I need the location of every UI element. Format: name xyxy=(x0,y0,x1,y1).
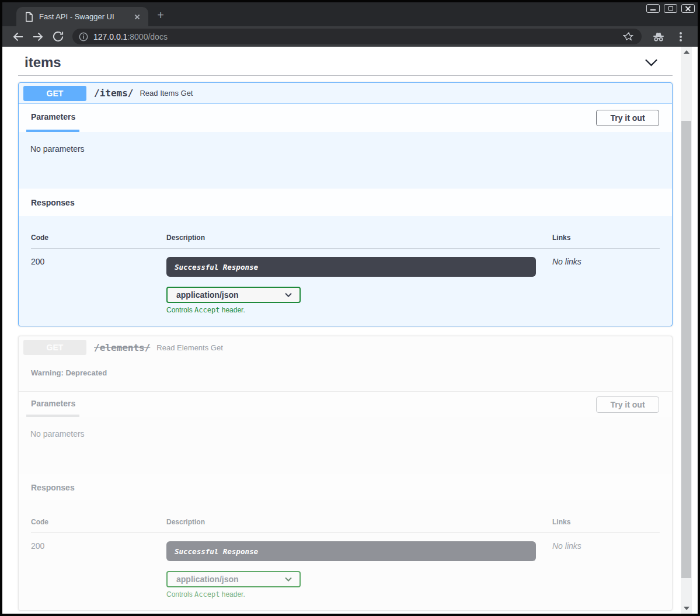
col-code: Code xyxy=(31,518,166,526)
scrollbar-down-arrow[interactable] xyxy=(681,604,692,612)
responses-body: Code Description Links 200 Successful Re… xyxy=(19,500,672,610)
response-description-text: Successful Response xyxy=(175,547,258,556)
response-code: 200 xyxy=(31,541,166,598)
site-info-icon[interactable] xyxy=(78,32,89,42)
response-description-panel: Successful Response xyxy=(166,257,536,277)
forward-button[interactable] xyxy=(31,30,45,44)
deprecated-warning: Warning: Deprecated xyxy=(19,359,672,391)
response-description-cell: Successful Response application/json Con… xyxy=(166,257,552,314)
responses-table-head: Code Description Links xyxy=(31,234,660,249)
address-bar[interactable]: 127.0.0.1:8000/docs xyxy=(72,29,642,44)
browser-tab[interactable]: Fast API - Swagger UI xyxy=(16,7,148,26)
controls-prefix: Controls xyxy=(166,306,194,314)
controls-prefix: Controls xyxy=(166,590,194,598)
url-path: :8000/docs xyxy=(127,32,168,41)
swagger-content: items GET /items/ Read Items Get Paramet… xyxy=(18,47,673,611)
controls-code: Accept xyxy=(194,590,220,598)
tag-section-header[interactable]: items xyxy=(18,47,673,71)
window-close-button[interactable] xyxy=(681,4,695,13)
incognito-icon xyxy=(651,29,666,44)
url-text[interactable]: 127.0.0.1:8000/docs xyxy=(93,32,623,41)
close-icon xyxy=(685,5,691,12)
page-scrollbar[interactable] xyxy=(681,47,692,614)
select-chevron-icon xyxy=(285,293,292,297)
scrollbar-up-arrow[interactable] xyxy=(681,48,692,56)
section-divider xyxy=(18,75,673,76)
try-it-out-button[interactable]: Try it out xyxy=(596,110,659,126)
response-description-cell: Successful Response application/json Con… xyxy=(166,541,552,598)
method-badge: GET xyxy=(23,340,86,355)
col-links: Links xyxy=(552,234,660,242)
window-controls xyxy=(646,4,695,13)
media-type-value: application/json xyxy=(176,575,239,584)
responses-table-head: Code Description Links xyxy=(31,518,660,533)
responses-header: Responses xyxy=(19,189,672,216)
method-badge: GET xyxy=(23,86,86,101)
maximize-icon xyxy=(668,6,673,11)
reload-button[interactable] xyxy=(51,30,65,44)
no-parameters-text: No parameters xyxy=(30,429,85,438)
opblock-get-elements-deprecated: GET /elements/ Read Elements Get Warning… xyxy=(18,336,673,611)
controls-suffix: header. xyxy=(220,590,245,598)
controls-code: Accept xyxy=(194,306,220,314)
controls-accept-note: Controls Accept header. xyxy=(166,590,552,598)
bookmark-star-icon[interactable] xyxy=(623,31,635,43)
col-code: Code xyxy=(31,234,166,242)
col-links: Links xyxy=(552,518,660,526)
scrollbar-thumb[interactable] xyxy=(681,121,691,578)
operation-summary[interactable]: GET /elements/ Read Elements Get xyxy=(19,336,672,359)
response-code: 200 xyxy=(31,257,166,314)
response-description-text: Successful Response xyxy=(175,263,258,272)
responses-title: Responses xyxy=(31,198,75,207)
page-viewport: items GET /items/ Read Items Get Paramet… xyxy=(2,47,698,614)
browser-toolbar: 127.0.0.1:8000/docs xyxy=(2,26,698,47)
tab-parameters[interactable]: Parameters xyxy=(26,104,79,132)
response-links: No links xyxy=(552,541,660,598)
responses-body: Code Description Links 200 Successful Re… xyxy=(19,216,672,326)
controls-suffix: header. xyxy=(220,306,245,314)
no-parameters-text: No parameters xyxy=(30,144,85,154)
minimize-icon xyxy=(650,9,656,11)
new-tab-button[interactable]: + xyxy=(153,8,168,23)
col-description: Description xyxy=(166,518,552,526)
back-button[interactable] xyxy=(11,30,25,44)
response-row: 200 Successful Response application/json… xyxy=(31,249,660,314)
tab-parameters[interactable]: Parameters xyxy=(26,392,79,417)
response-description-panel: Successful Response xyxy=(166,541,536,561)
tab-title: Fast API - Swagger UI xyxy=(39,12,132,21)
window-maximize-button[interactable] xyxy=(664,4,677,13)
controls-accept-note: Controls Accept header. xyxy=(166,306,552,314)
media-type-select[interactable]: application/json xyxy=(166,287,301,303)
media-type-value: application/json xyxy=(176,290,239,300)
page-favicon-icon xyxy=(25,12,33,22)
response-links: No links xyxy=(552,257,660,314)
browser-titlebar: Fast API - Swagger UI + xyxy=(2,2,698,26)
window-minimize-button[interactable] xyxy=(646,4,660,13)
response-row: 200 Successful Response application/json… xyxy=(31,533,660,598)
tab-close-icon[interactable] xyxy=(132,12,142,22)
operation-path: /items/ xyxy=(94,88,133,99)
operation-description: Read Items Get xyxy=(140,89,193,98)
url-host: 127.0.0.1 xyxy=(93,32,127,41)
operation-path: /elements/ xyxy=(94,342,150,353)
collapse-chevron-icon[interactable] xyxy=(645,58,658,67)
operation-description: Read Elements Get xyxy=(156,343,222,352)
try-it-out-button[interactable]: Try it out xyxy=(596,396,659,413)
parameters-body: No parameters xyxy=(19,132,672,189)
tag-title: items xyxy=(25,54,61,71)
operation-summary[interactable]: GET /items/ Read Items Get xyxy=(19,83,672,104)
media-type-select[interactable]: application/json xyxy=(166,571,301,587)
parameters-body: No parameters xyxy=(19,417,672,474)
browser-menu-button[interactable] xyxy=(673,29,688,44)
select-chevron-icon xyxy=(285,577,292,582)
col-description: Description xyxy=(166,234,552,242)
responses-title: Responses xyxy=(31,483,75,492)
parameters-header: Parameters Try it out xyxy=(19,391,672,417)
opblock-get-items: GET /items/ Read Items Get Parameters Tr… xyxy=(18,82,673,326)
parameters-header: Parameters Try it out xyxy=(19,104,672,132)
responses-header: Responses xyxy=(19,474,672,500)
